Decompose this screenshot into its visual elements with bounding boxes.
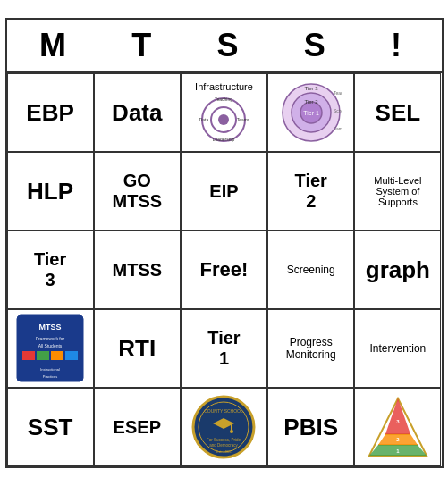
mtss-logo-icon: MTSS Framework for All Students Instruct… xyxy=(15,314,85,383)
cell-ebp: EBP xyxy=(7,73,94,152)
svg-text:Data: Data xyxy=(199,117,209,122)
svg-text:Teaching: Teaching xyxy=(215,96,232,102)
cell-intervention: Intervention xyxy=(354,309,441,388)
cell-tier3: Tier 3 xyxy=(7,230,94,309)
svg-text:COUNTY SCHOOL: COUNTY SCHOOL xyxy=(205,408,244,414)
infrastructure-diagram-icon: Teaching Teams Data Leadership xyxy=(197,95,250,144)
svg-text:Practices: Practices xyxy=(43,374,57,379)
cell-esep: ESEP xyxy=(94,388,181,466)
tier-circles-icon: Tier 3 Tier 2 Tier 1 Teaching School Fam… xyxy=(280,81,342,144)
svg-point-2 xyxy=(218,114,229,125)
school-seal-icon: COUNTY SCHOOL For Success, Pride and Dem… xyxy=(191,395,256,459)
title-letter-s1: S xyxy=(216,27,245,64)
bingo-card: M T S S ! EBP Data Infrastructure Teachi… xyxy=(5,18,444,468)
cell-tier1: Tier 1 xyxy=(181,309,267,388)
svg-text:Teaching: Teaching xyxy=(334,90,342,96)
cell-sel: SEL xyxy=(354,73,441,152)
cell-eip: EIP xyxy=(181,152,267,230)
svg-text:School: School xyxy=(334,108,342,113)
bingo-title: M T S S ! xyxy=(7,20,442,73)
title-letter-m: M xyxy=(39,27,73,64)
cell-tier-diagram: Tier 3 Tier 2 Tier 1 Teaching School Fam… xyxy=(267,73,354,152)
title-letter-excl: ! xyxy=(391,27,409,64)
svg-text:Family: Family xyxy=(334,126,342,131)
cell-mtss-logo: MTSS Framework for All Students Instruct… xyxy=(7,309,94,388)
title-letter-t: T xyxy=(131,27,158,64)
svg-text:MTSS: MTSS xyxy=(39,323,62,331)
svg-rect-30 xyxy=(231,423,232,431)
cell-multi-level: Multi-Level System of Supports xyxy=(354,152,441,230)
cell-pbis: PBIS xyxy=(267,388,354,466)
svg-rect-21 xyxy=(37,351,49,360)
cell-infrastructure: Infrastructure Teaching Teams Data Leade… xyxy=(181,73,267,152)
cell-screening: Screening xyxy=(267,230,354,309)
svg-text:and Democracy: and Democracy xyxy=(210,443,239,448)
svg-rect-22 xyxy=(51,351,63,360)
cell-rti: RTI xyxy=(94,309,181,388)
svg-text:Tier 3: Tier 3 xyxy=(304,86,318,91)
svg-rect-20 xyxy=(22,351,35,360)
cell-free: Free! xyxy=(181,230,267,309)
svg-rect-23 xyxy=(65,351,78,360)
cell-tier2: Tier 2 xyxy=(267,152,354,230)
svg-text:Teams: Teams xyxy=(237,117,250,122)
bingo-grid: EBP Data Infrastructure Teaching Teams D… xyxy=(7,73,442,466)
cell-progress-monitoring: Progress Monitoring xyxy=(267,309,354,388)
svg-text:Framework for: Framework for xyxy=(36,336,65,341)
svg-text:Tier 1: Tier 1 xyxy=(303,110,319,116)
svg-text:All Students: All Students xyxy=(38,343,63,348)
cell-hlp: HLP xyxy=(7,152,94,230)
cell-school-seal: COUNTY SCHOOL For Success, Pride and Dem… xyxy=(181,388,267,466)
cell-sst: SST xyxy=(7,388,94,466)
svg-text:Leadership: Leadership xyxy=(213,137,235,142)
pbis-pyramid-icon: 3 2 1 Academics · Behavior xyxy=(366,395,430,459)
cell-pbis-pyramid: 3 2 1 Academics · Behavior xyxy=(354,388,441,466)
svg-text:For Success, Pride: For Success, Pride xyxy=(207,438,241,442)
cell-go-mtss: GO MTSS xyxy=(94,152,181,230)
svg-point-31 xyxy=(230,430,233,433)
title-letter-s2: S xyxy=(304,27,333,64)
svg-text:Est. 1905: Est. 1905 xyxy=(216,449,232,454)
svg-text:Tier 2: Tier 2 xyxy=(304,99,318,105)
cell-graph: graph xyxy=(354,230,441,309)
cell-mtss: MTSS xyxy=(94,230,181,309)
cell-data: Data xyxy=(94,73,181,152)
svg-text:Instructional: Instructional xyxy=(40,367,60,372)
